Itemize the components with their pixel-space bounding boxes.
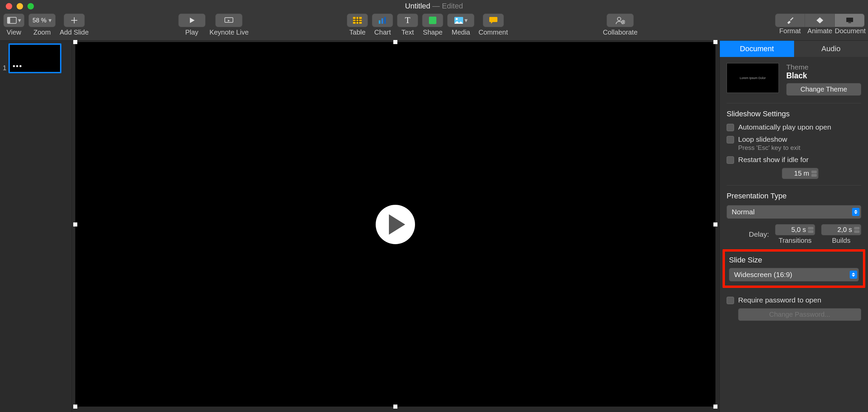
- media-icon: [454, 17, 463, 24]
- slideshow-settings-title: Slideshow Settings: [727, 110, 861, 118]
- minimize-window-button[interactable]: [17, 3, 23, 9]
- svg-rect-7: [429, 17, 436, 24]
- tab-document[interactable]: Document: [720, 41, 794, 57]
- table-label: Table: [349, 28, 366, 36]
- chart-button[interactable]: [372, 14, 393, 27]
- stepper-icon[interactable]: [811, 171, 817, 177]
- chevron-updown-icon: [852, 208, 860, 216]
- slide-size-select[interactable]: Widescreen (16:9): [729, 268, 859, 281]
- chart-label: Chart: [374, 28, 391, 36]
- transitions-delay-input[interactable]: 5,0 s: [775, 224, 815, 235]
- play-label: Play: [185, 28, 198, 36]
- restart-idle-label: Restart show if idle for: [738, 156, 809, 164]
- slide-number: 1: [3, 64, 6, 72]
- shape-button[interactable]: [422, 14, 443, 27]
- change-password-button[interactable]: Change Password...: [738, 308, 861, 321]
- require-password-label: Require password to open: [738, 296, 821, 304]
- screen-icon: [846, 17, 854, 24]
- zoom-value: 58 %: [33, 17, 46, 24]
- zoom-button[interactable]: 58 % ▾: [28, 14, 56, 27]
- document-status: — Edited: [432, 2, 463, 10]
- format-label: Format: [775, 27, 805, 35]
- animate-inspector-button[interactable]: [805, 14, 835, 27]
- comment-label: Comment: [478, 28, 508, 36]
- autoplay-checkbox[interactable]: [727, 124, 734, 131]
- view-label: View: [7, 28, 21, 36]
- svg-rect-10: [489, 17, 497, 22]
- stepper-icon[interactable]: [854, 227, 860, 233]
- collaborate-button[interactable]: [607, 14, 634, 27]
- presentation-type-select[interactable]: Normal: [727, 205, 861, 219]
- table-button[interactable]: [347, 14, 368, 27]
- slide-navigator[interactable]: 1 •••: [0, 41, 72, 412]
- play-icon: [389, 214, 405, 235]
- idle-duration-input[interactable]: 15 m: [782, 168, 818, 179]
- close-window-button[interactable]: [6, 3, 12, 9]
- animate-label: Animate: [805, 27, 835, 35]
- resize-handle[interactable]: [393, 405, 397, 409]
- resize-handle[interactable]: [713, 405, 717, 409]
- media-button[interactable]: ▾: [447, 14, 474, 27]
- play-button[interactable]: [178, 14, 205, 27]
- stepper-icon[interactable]: [808, 227, 813, 233]
- svg-rect-1: [7, 17, 10, 23]
- document-label: Document: [835, 27, 865, 35]
- play-media-button[interactable]: [376, 205, 415, 244]
- svg-rect-6: [384, 17, 386, 24]
- theme-name: Black: [786, 71, 861, 80]
- slide-size-title: Slide Size: [729, 256, 859, 264]
- theme-label: Theme: [786, 63, 861, 71]
- restart-idle-checkbox[interactable]: [727, 156, 734, 164]
- document-name: Untitled: [405, 2, 430, 10]
- slide[interactable]: [75, 42, 715, 407]
- theme-thumbnail: Lorem Ipsum Dolor: [727, 63, 779, 93]
- loop-sublabel: Press 'Esc' key to exit: [738, 144, 801, 152]
- svg-rect-5: [381, 18, 383, 24]
- fullscreen-window-button[interactable]: [27, 3, 34, 9]
- svg-rect-13: [846, 18, 853, 22]
- svg-rect-2: [225, 18, 233, 22]
- titlebar: Untitled — Edited: [0, 0, 868, 12]
- require-password-checkbox[interactable]: [727, 297, 734, 304]
- resize-handle[interactable]: [713, 222, 717, 227]
- svg-point-9: [456, 18, 458, 20]
- add-slide-button[interactable]: [64, 14, 85, 27]
- comment-icon: [489, 17, 497, 24]
- svg-rect-3: [353, 17, 362, 24]
- zoom-label: Zoom: [33, 28, 51, 36]
- brush-icon: [786, 17, 794, 24]
- view-button[interactable]: ▾: [3, 14, 24, 27]
- chevron-updown-icon: [850, 271, 857, 279]
- collaborate-icon: [615, 17, 625, 24]
- slide-thumbnail[interactable]: •••: [8, 43, 61, 73]
- delay-label: Delay:: [749, 230, 769, 238]
- slide-canvas[interactable]: [72, 41, 719, 412]
- diamond-icon: [816, 17, 824, 24]
- keynote-live-button[interactable]: [215, 14, 242, 27]
- builds-delay-input[interactable]: 2,0 s: [821, 224, 861, 235]
- resize-handle[interactable]: [713, 40, 717, 44]
- svg-point-11: [617, 17, 621, 21]
- loop-checkbox[interactable]: [727, 136, 734, 143]
- more-icon: •••: [13, 62, 22, 71]
- format-inspector-button[interactable]: [775, 14, 805, 27]
- builds-label: Builds: [832, 237, 850, 244]
- resize-handle[interactable]: [73, 222, 77, 227]
- document-inspector-button[interactable]: [835, 14, 865, 27]
- keynote-live-label: Keynote Live: [210, 28, 249, 36]
- transitions-label: Transitions: [778, 237, 811, 244]
- text-button[interactable]: T: [397, 14, 418, 27]
- change-theme-button[interactable]: Change Theme: [786, 83, 861, 96]
- table-icon: [353, 17, 362, 24]
- window-title: Untitled — Edited: [0, 2, 868, 11]
- loop-label: Loop slideshow: [738, 135, 801, 143]
- comment-button[interactable]: [483, 14, 504, 27]
- resize-handle[interactable]: [73, 40, 77, 44]
- presentation-type-title: Presentation Type: [727, 192, 861, 200]
- autoplay-label: Automatically play upon open: [738, 123, 831, 131]
- tab-audio[interactable]: Audio: [794, 41, 868, 57]
- chart-icon: [378, 17, 387, 24]
- resize-handle[interactable]: [73, 405, 77, 409]
- resize-handle[interactable]: [393, 40, 397, 44]
- svg-rect-4: [379, 20, 380, 24]
